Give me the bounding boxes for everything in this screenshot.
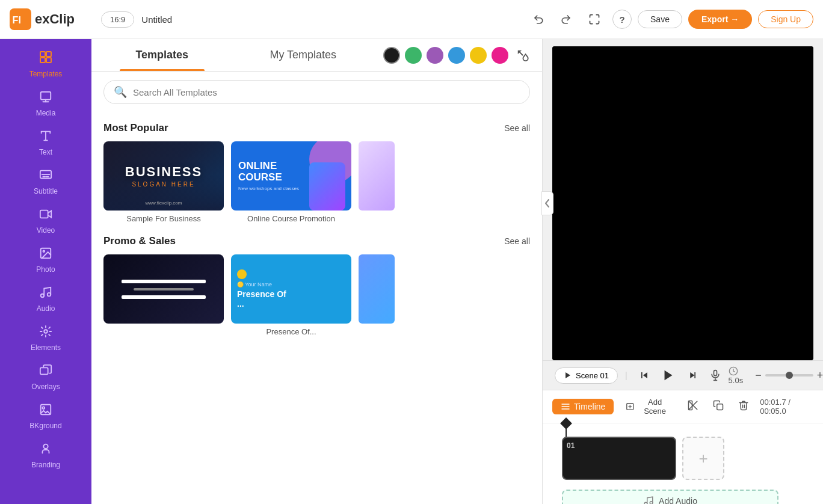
signup-button[interactable]: Sign Up (758, 10, 813, 28)
tab-templates[interactable]: Templates (91, 39, 233, 71)
sidebar-item-templates-label: Templates (29, 70, 63, 78)
svg-text:Fl: Fl (13, 14, 21, 25)
sidebar-item-photo[interactable]: Photo (0, 241, 91, 280)
template-content: Most Popular See all BUSINESS SLOGAN HER… (91, 112, 542, 504)
svg-rect-27 (717, 404, 723, 410)
search-wrapper: 🔍 (91, 72, 542, 112)
sidebar-item-text[interactable]: Text (0, 123, 91, 162)
zoom-slider[interactable] (765, 374, 813, 376)
text-icon (39, 129, 52, 146)
play-controls (635, 366, 702, 385)
search-input[interactable] (133, 87, 520, 97)
scene-clip-01[interactable]: 01 (562, 437, 676, 480)
swatch-yellow[interactable] (470, 47, 487, 64)
sidebar-item-video-label: Video (37, 226, 55, 235)
bkground-icon (39, 403, 52, 419)
svg-marker-19 (664, 370, 672, 381)
swatch-green[interactable] (405, 47, 422, 64)
sidebar-item-subtitle-label: Subtitle (34, 187, 58, 195)
video-icon (39, 207, 52, 224)
split-button[interactable] (684, 398, 702, 416)
search-icon: 🔍 (114, 85, 127, 99)
tab-my-templates[interactable]: My Templates (233, 39, 374, 71)
zoom-in-button[interactable]: + (817, 369, 823, 382)
add-audio-button[interactable]: Add Audio (562, 490, 778, 504)
sidebar-item-audio-label: Audio (37, 304, 55, 313)
color-swatches (374, 39, 542, 71)
template-card-partial[interactable] (359, 141, 395, 223)
svg-rect-2 (40, 52, 45, 57)
sidebar-item-elements[interactable]: Elements (0, 319, 91, 358)
template-card-promo2[interactable]: 🟡 Your Name Presence Of... Presence Of..… (231, 254, 351, 336)
sidebar-item-subtitle[interactable]: Subtitle (0, 162, 91, 201)
promo-section-header: Promo & Sales See all (103, 235, 530, 247)
template-card-promo-partial[interactable] (359, 254, 395, 336)
sidebar-item-templates[interactable]: Templates (0, 44, 91, 84)
sidebar-item-bkground[interactable]: BKground (0, 397, 91, 436)
sidebar-item-video[interactable]: Video (0, 201, 91, 241)
template-label-promo2: Presence Of... (231, 327, 351, 336)
promo-title: Promo & Sales (103, 235, 176, 247)
template-thumb-partial (359, 141, 395, 211)
svg-point-13 (44, 330, 48, 333)
sidebar-item-media[interactable]: Media (0, 84, 91, 123)
collapse-panel-button[interactable] (541, 191, 553, 215)
delete-button[interactable] (735, 398, 753, 416)
swatch-pink[interactable] (492, 47, 508, 64)
svg-rect-8 (40, 211, 48, 218)
svg-marker-18 (566, 372, 570, 378)
skip-forward-button[interactable] (683, 366, 702, 385)
skip-back-button[interactable] (635, 366, 654, 385)
logo-text: exClip (35, 11, 75, 27)
template-card-promo1[interactable] (103, 254, 224, 336)
add-scene-button[interactable]: Add Scene (621, 395, 677, 418)
time-code: 00:01.7 / 00:05.0 (760, 398, 813, 416)
sidebar-item-overlays[interactable]: Overlays (0, 358, 91, 397)
duplicate-button[interactable] (709, 398, 727, 416)
tabs-row: Templates My Templates (91, 39, 542, 72)
template-card-course[interactable]: ONLINECOURSE New workshops and classes O… (231, 141, 351, 223)
aspect-ratio-button[interactable]: 16:9 (101, 11, 134, 28)
svg-point-16 (43, 407, 45, 409)
video-preview (552, 46, 813, 360)
sidebar-item-branding[interactable]: Branding (0, 436, 91, 475)
sidebar-item-audio[interactable]: Audio (0, 280, 91, 319)
scene-button[interactable]: Scene 01 (555, 367, 618, 384)
sidebar-item-overlays-label: Overlays (31, 383, 60, 391)
topbar: Fl exClip 16:9 Untitled ? Save Export → … (0, 0, 823, 39)
swatch-purple[interactable] (427, 47, 443, 64)
elements-icon (39, 325, 52, 341)
svg-rect-6 (41, 92, 51, 100)
video-canvas (552, 46, 813, 360)
sidebar-item-elements-label: Elements (31, 343, 61, 352)
export-label: Export → (701, 14, 739, 24)
swatch-black[interactable] (383, 47, 400, 64)
sidebar-item-media-label: Media (36, 109, 56, 117)
promo-see-all[interactable]: See all (504, 236, 530, 246)
zoom-out-button[interactable]: − (755, 369, 762, 382)
undo-button[interactable] (528, 11, 549, 27)
mic-button[interactable] (709, 366, 721, 385)
redo-button[interactable] (556, 11, 576, 27)
timeline-tab[interactable]: Timeline (552, 399, 614, 414)
overlays-icon (39, 364, 52, 380)
help-button[interactable]: ? (612, 10, 632, 29)
save-button[interactable]: Save (638, 10, 682, 28)
divider: | (625, 370, 627, 380)
template-thumb-promo1 (103, 254, 224, 324)
templates-icon (39, 50, 53, 67)
sidebar: Templates Media Text Subtitle Video (0, 39, 91, 504)
export-button[interactable]: Export → (688, 10, 752, 29)
swatch-blue[interactable] (448, 47, 465, 64)
sidebar-item-branding-label: Branding (31, 461, 60, 469)
fullscreen-button[interactable] (584, 11, 605, 28)
audio-track: Add Audio (562, 490, 804, 504)
add-scene-clip-button[interactable]: + (682, 437, 724, 480)
fill-color-button[interactable] (513, 46, 532, 65)
svg-rect-14 (40, 367, 48, 374)
svg-point-17 (43, 444, 48, 449)
most-popular-see-all[interactable]: See all (504, 123, 530, 133)
template-card-business[interactable]: BUSINESS SLOGAN HERE www.flexclip.com Sa… (103, 141, 224, 223)
play-button[interactable] (659, 366, 678, 385)
svg-point-29 (650, 502, 653, 504)
